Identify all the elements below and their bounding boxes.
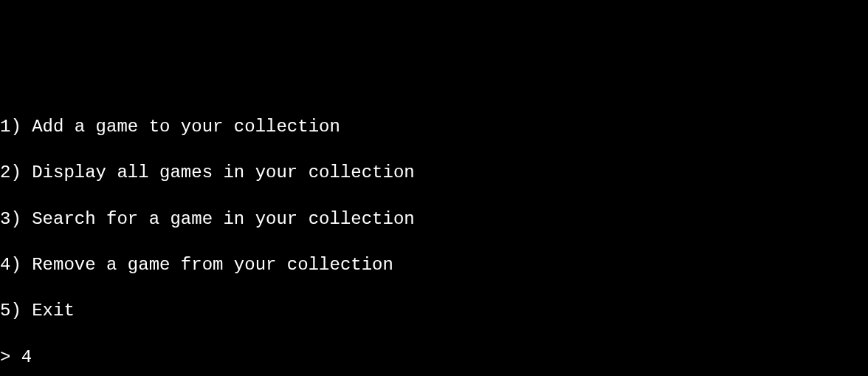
menu-item-2: 2) Display all games in your collection bbox=[0, 161, 868, 184]
menu-item-5: 5) Exit bbox=[0, 299, 868, 322]
prompt-line: > 4 bbox=[0, 346, 868, 369]
menu-item-3: 3) Search for a game in your collection bbox=[0, 208, 868, 230]
terminal-output[interactable]: 1) Add a game to your collection 2) Disp… bbox=[0, 92, 868, 376]
prompt-symbol: > bbox=[0, 347, 21, 367]
menu-item-1: 1) Add a game to your collection bbox=[0, 115, 868, 138]
prompt-input[interactable]: 4 bbox=[21, 347, 32, 367]
menu-item-4: 4) Remove a game from your collection bbox=[0, 253, 868, 276]
